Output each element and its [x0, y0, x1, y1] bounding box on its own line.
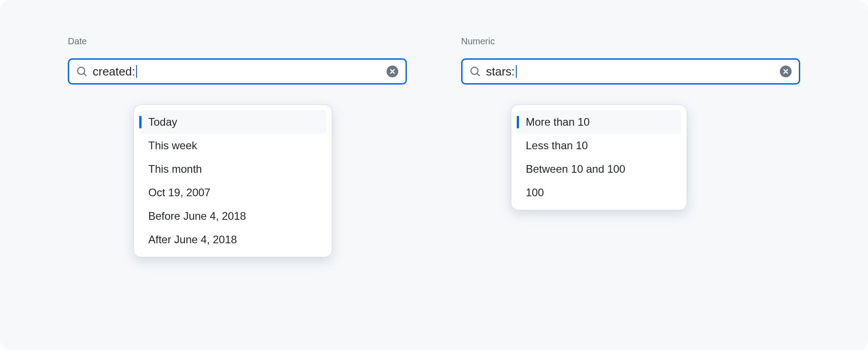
text-cursor: [136, 65, 137, 78]
numeric-search-field[interactable]: stars:: [461, 58, 800, 85]
numeric-column: Numeric stars:: [461, 36, 800, 350]
clear-icon[interactable]: [780, 66, 792, 77]
dropdown-item-label: Less than 10: [526, 139, 588, 152]
numeric-search-wrap: stars: More than 10 Less than 10 Betwee: [461, 58, 800, 85]
date-dropdown: Today This week This month Oct 19, 2007 …: [133, 104, 332, 257]
dropdown-item-after-date[interactable]: After June 4, 2018: [139, 228, 326, 251]
date-column: Date created:: [68, 36, 407, 350]
dropdown-item-label: After June 4, 2018: [148, 233, 237, 246]
dropdown-item-between[interactable]: Between 10 and 100: [517, 157, 681, 181]
date-search-value: created:: [93, 65, 137, 79]
date-search-field[interactable]: created:: [68, 58, 407, 85]
numeric-search-value: stars:: [486, 65, 517, 79]
numeric-label: Numeric: [461, 36, 800, 47]
dropdown-item-before-date[interactable]: Before June 4, 2018: [139, 204, 326, 228]
date-search-wrap: created: Today This week This month: [68, 58, 407, 85]
date-search-text: created:: [93, 65, 135, 79]
dropdown-item-label: More than 10: [526, 116, 590, 128]
dropdown-item-this-month[interactable]: This month: [139, 157, 326, 181]
dropdown-item-label: This month: [148, 163, 202, 175]
dropdown-item-exact[interactable]: 100: [517, 181, 681, 204]
dropdown-item-label: Oct 19, 2007: [148, 186, 210, 199]
dropdown-item-more-than[interactable]: More than 10: [517, 110, 681, 134]
dropdown-item-label: This week: [148, 139, 197, 152]
numeric-dropdown: More than 10 Less than 10 Between 10 and…: [511, 104, 687, 210]
date-label: Date: [68, 36, 407, 47]
dropdown-item-label: Before June 4, 2018: [148, 210, 246, 222]
text-cursor: [516, 65, 517, 78]
dropdown-item-this-week[interactable]: This week: [139, 134, 326, 157]
dropdown-item-today[interactable]: Today: [139, 110, 326, 134]
clear-icon[interactable]: [387, 66, 398, 77]
search-icon: [76, 66, 87, 77]
numeric-search-text: stars:: [486, 65, 515, 79]
example-canvas: Date created:: [0, 0, 868, 350]
dropdown-item-label: 100: [526, 186, 544, 199]
search-icon: [470, 66, 481, 77]
dropdown-item-label: Today: [148, 116, 177, 128]
dropdown-item-label: Between 10 and 100: [526, 163, 625, 175]
dropdown-item-less-than[interactable]: Less than 10: [517, 134, 681, 157]
dropdown-item-date-exact[interactable]: Oct 19, 2007: [139, 181, 326, 204]
